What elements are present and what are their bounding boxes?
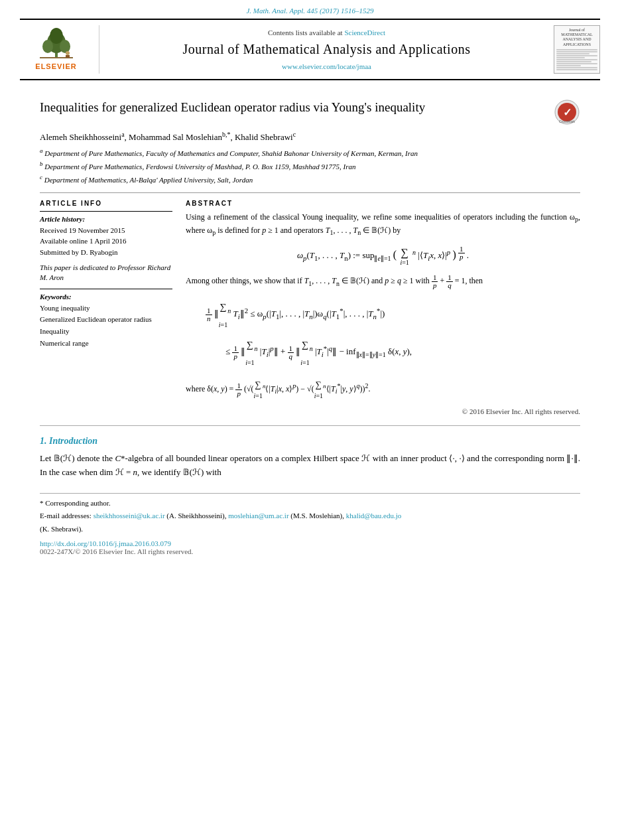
email-addresses-line: E-mail addresses: sheikhhosseini@uk.ac.i… [40, 510, 580, 522]
article-history-title: Article history: [40, 215, 172, 223]
keyword-1: Young inequality [40, 303, 172, 315]
available-date: Available online 1 April 2016 [40, 236, 172, 247]
paper-title: Inequalities for generalized Euclidean o… [40, 99, 554, 117]
corresponding-author-note: * Corresponding author. [40, 498, 580, 509]
svg-point-6 [66, 51, 70, 55]
article-history-block: Article history: Received 19 November 20… [40, 211, 172, 258]
journal-thumbnail: Journal ofMATHEMATICALANALYSIS ANDAPPLIC… [554, 25, 600, 74]
keywords-block: Keywords: Young inequality Generalized E… [40, 289, 172, 349]
article-info-abstract: ARTICLE INFO Article history: Received 1… [40, 200, 580, 416]
affiliation-b: b Department of Pure Mathematics, Ferdow… [40, 160, 580, 172]
svg-text:✓: ✓ [563, 107, 572, 118]
footnote-area: * Corresponding author. E-mail addresses… [40, 493, 580, 535]
paper-title-section: Inequalities for generalized Euclidean o… [40, 99, 580, 125]
shebrawi-name: (K. Shebrawi). [40, 524, 580, 535]
svg-point-2 [42, 40, 53, 53]
crossmark-icon[interactable]: ✓ CrossMark [554, 99, 580, 125]
thumb-decoration [556, 48, 597, 71]
introduction-heading: 1. Introduction [40, 436, 580, 447]
affiliations: a Department of Pure Mathematics, Facult… [40, 147, 580, 185]
received-date: Received 19 November 2015 [40, 225, 172, 236]
science-direct-link[interactable]: ScienceDirect [344, 29, 385, 36]
authors-line: Alemeh Sheikhhosseinia, Mohammad Sal Mos… [40, 131, 580, 143]
svg-point-3 [60, 40, 70, 53]
doi-line[interactable]: http://dx.doi.org/10.1016/j.jmaa.2016.03… [40, 539, 580, 547]
journal-header-center: Contents lists available at ScienceDirec… [99, 25, 554, 74]
formula-omega-def: ωp(T1, . . . , Tn) := sup‖e‖=1 ( ∑ i=1 n… [186, 245, 580, 266]
issn-line: 0022-247X/© 2016 Elsevier Inc. All right… [40, 547, 580, 555]
introduction-paragraph: Let 𝔹(ℋ) denote the C*-algebra of all bo… [40, 452, 580, 480]
svg-rect-7 [66, 55, 70, 58]
thumb-title-text: Journal ofMATHEMATICALANALYSIS ANDAPPLIC… [561, 28, 592, 47]
article-info-label: ARTICLE INFO [40, 200, 172, 207]
elsevier-wordmark: ELSEVIER [35, 62, 76, 70]
header-banner: ELSEVIER Contents lists available at Sci… [20, 19, 600, 80]
keyword-3: Inequality [40, 326, 172, 338]
email-shebrawi[interactable]: khalid@bau.edu.jo [346, 512, 401, 520]
keyword-4: Numerical range [40, 338, 172, 350]
formula-inequality: 1n ‖∑i=1n Ti‖2 ≤ ωp(|T1|, . . . , |Tn|)ω… [186, 297, 580, 370]
email-moslehian[interactable]: moslehian@um.ac.ir [228, 512, 288, 520]
keywords-label: Keywords: [40, 293, 172, 301]
affiliation-c: c Department of Mathematics, Al-Balqa' A… [40, 173, 580, 185]
svg-text:CrossMark: CrossMark [559, 119, 576, 123]
journal-url[interactable]: www.elsevier.com/locate/jmaa [282, 62, 371, 70]
svg-point-4 [50, 28, 63, 44]
abstract-paragraph-1: Using a refinement of the classical Youn… [186, 211, 580, 238]
contents-line: Contents lists available at ScienceDirec… [268, 29, 385, 36]
abstract-paragraph-2: Among other things, we show that if T1, … [186, 274, 580, 289]
divider-after-affiliations [40, 192, 580, 193]
elsevier-tree-icon [33, 28, 80, 61]
abstract-label: ABSTRACT [186, 200, 580, 207]
dedication-text: This paper is dedicated to Professor Ric… [40, 263, 172, 283]
affiliation-a: a Department of Pure Mathematics, Facult… [40, 147, 580, 159]
copyright-text: © 2016 Elsevier Inc. All rights reserved… [186, 407, 580, 415]
article-body: Inequalities for generalized Euclidean o… [0, 80, 620, 569]
keyword-2: Generalized Euclidean operator radius [40, 314, 172, 326]
abstract-column: ABSTRACT Using a refinement of the class… [186, 200, 580, 416]
divider-after-abstract [40, 425, 580, 426]
abstract-paragraph-3: where δ(x, y) = 1p (√(∑i=1n⟨|Ti|x, x⟩p) … [186, 378, 580, 401]
email-sheikhhosseini[interactable]: sheikhhosseini@uk.ac.ir [93, 512, 165, 520]
article-info-column: ARTICLE INFO Article history: Received 1… [40, 200, 172, 416]
journal-reference: J. Math. Anal. Appl. 445 (2017) 1516–152… [0, 0, 620, 19]
elsevier-logo-section: ELSEVIER [20, 25, 99, 74]
page: J. Math. Anal. Appl. 445 (2017) 1516–152… [0, 0, 620, 840]
submitted-by: Submitted by D. Ryabogin [40, 247, 172, 258]
journal-title: Journal of Mathematical Analysis and App… [183, 42, 471, 57]
